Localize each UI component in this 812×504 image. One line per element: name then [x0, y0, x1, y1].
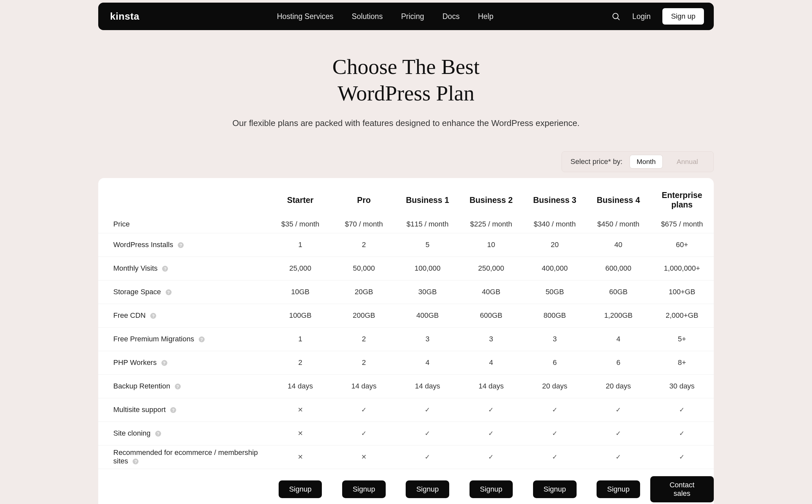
plan-value: 30 days — [650, 374, 714, 398]
table-row: Recommended for ecommerce / membership s… — [98, 445, 714, 469]
logo[interactable]: kinsta — [110, 11, 139, 22]
plan-signup-button[interactable]: Signup — [470, 480, 513, 498]
check-icon: ✓ — [552, 453, 558, 460]
plan-value: 2,000+GB — [650, 304, 714, 327]
plan-header-1: Pro — [332, 178, 395, 209]
plan-value: ✓ — [523, 398, 587, 422]
plan-value: 400GB — [396, 304, 460, 327]
feature-label: Monthly Visits ? — [98, 257, 268, 280]
help-icon[interactable]: ? — [155, 431, 161, 437]
feature-label: Recommended for ecommerce / membership s… — [98, 445, 268, 469]
plan-value: 20 — [523, 233, 587, 257]
plan-value: 20 days — [523, 374, 587, 398]
help-icon[interactable]: ? — [170, 407, 176, 413]
table-row: Multisite support ?✕✓✓✓✓✓✓ — [98, 398, 714, 422]
page-subtitle: Our flexible plans are packed with featu… — [98, 118, 714, 128]
cross-icon: ✕ — [361, 453, 367, 460]
feature-label: Backup Retention ? — [98, 374, 268, 398]
plan-signup-button[interactable]: Signup — [406, 480, 449, 498]
cta-row: SignupSignupSignupSignupSignupSignupCont… — [98, 469, 714, 502]
plan-value: ✓ — [460, 445, 523, 469]
help-icon[interactable]: ? — [162, 266, 168, 272]
plan-value: $225 / month — [460, 209, 523, 233]
plan-header-2: Business 1 — [396, 178, 460, 209]
plan-value: 1,000,000+ — [650, 257, 714, 280]
plan-value: ✓ — [650, 422, 714, 445]
plan-signup-button[interactable]: Signup — [597, 480, 640, 498]
help-icon[interactable]: ? — [178, 242, 184, 248]
plan-value: 14 days — [396, 374, 460, 398]
signup-button[interactable]: Sign up — [662, 8, 704, 25]
plan-value: 2 — [332, 351, 395, 374]
plan-signup-button[interactable]: Signup — [279, 480, 322, 498]
plan-value: ✓ — [523, 422, 587, 445]
feature-label: PHP Workers ? — [98, 351, 268, 374]
navbar: kinsta Hosting Services Solutions Pricin… — [98, 3, 714, 30]
table-row: WordPress Installs ?12510204060+ — [98, 233, 714, 257]
plan-header-3: Business 2 — [460, 178, 523, 209]
help-icon[interactable]: ? — [150, 313, 156, 319]
nav-link-solutions[interactable]: Solutions — [352, 12, 383, 21]
toggle-month-button[interactable]: Month — [630, 155, 662, 169]
nav-link-help[interactable]: Help — [478, 12, 494, 21]
plan-value: 2 — [332, 327, 395, 351]
toggle-label: Select price* by: — [570, 157, 623, 166]
svg-line-1 — [618, 18, 619, 20]
check-icon: ✓ — [616, 430, 621, 437]
search-icon[interactable] — [611, 12, 621, 21]
contact-sales-button[interactable]: Contact sales — [650, 476, 714, 502]
pricing-table: StarterProBusiness 1Business 2Business 3… — [98, 178, 714, 502]
plan-signup-button[interactable]: Signup — [342, 480, 386, 498]
plan-value: 30GB — [396, 280, 460, 304]
plan-value: 1 — [268, 233, 332, 257]
table-row: Free Premium Migrations ?1233345+ — [98, 327, 714, 351]
plan-value: $340 / month — [523, 209, 587, 233]
feature-label: Site cloning ? — [98, 422, 268, 445]
help-icon[interactable]: ? — [133, 459, 138, 464]
check-icon: ✓ — [425, 406, 430, 413]
plan-value: 100+GB — [650, 280, 714, 304]
plan-value: 25,000 — [268, 257, 332, 280]
plan-value: ✕ — [332, 445, 395, 469]
plan-value: 4 — [460, 351, 523, 374]
plan-value: 5 — [396, 233, 460, 257]
plan-value: 2 — [268, 351, 332, 374]
plan-value: 1 — [268, 327, 332, 351]
cross-icon: ✕ — [298, 453, 303, 460]
help-icon[interactable]: ? — [161, 360, 167, 366]
nav-link-docs[interactable]: Docs — [442, 12, 460, 21]
plan-value: 800GB — [523, 304, 587, 327]
plan-value: $115 / month — [396, 209, 460, 233]
feature-label: Price — [98, 209, 268, 233]
help-icon[interactable]: ? — [166, 289, 171, 295]
plan-value: 14 days — [268, 374, 332, 398]
toggle-annual-button[interactable]: Annual — [670, 155, 705, 169]
plan-value: 50GB — [523, 280, 587, 304]
help-icon[interactable]: ? — [175, 384, 181, 389]
plan-value: 40 — [587, 233, 650, 257]
plan-value: 6 — [523, 351, 587, 374]
plan-value: ✓ — [332, 398, 395, 422]
feature-label: Free CDN ? — [98, 304, 268, 327]
plan-value: 600,000 — [587, 257, 650, 280]
login-link[interactable]: Login — [632, 12, 651, 21]
plan-value: 20 days — [587, 374, 650, 398]
nav-link-hosting[interactable]: Hosting Services — [277, 12, 334, 21]
plan-value: 100GB — [268, 304, 332, 327]
plan-value: 10 — [460, 233, 523, 257]
plan-signup-button[interactable]: Signup — [533, 480, 577, 498]
check-icon: ✓ — [679, 406, 685, 413]
plan-value: ✓ — [587, 445, 650, 469]
plan-value: 3 — [460, 327, 523, 351]
plan-value: ✕ — [268, 398, 332, 422]
check-icon: ✓ — [488, 453, 494, 460]
feature-label: Multisite support ? — [98, 398, 268, 422]
plan-value: ✓ — [650, 445, 714, 469]
plan-value: 2 — [332, 233, 395, 257]
cross-icon: ✕ — [298, 430, 303, 437]
plan-value: 50,000 — [332, 257, 395, 280]
plan-value: 8+ — [650, 351, 714, 374]
plan-value: ✓ — [587, 398, 650, 422]
nav-link-pricing[interactable]: Pricing — [401, 12, 424, 21]
help-icon[interactable]: ? — [199, 336, 205, 342]
